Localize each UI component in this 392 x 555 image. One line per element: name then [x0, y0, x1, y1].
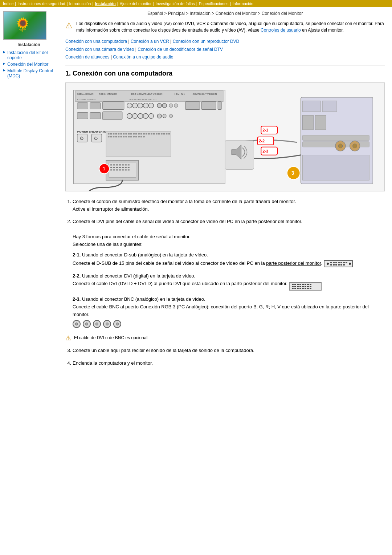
svg-rect-63 [161, 133, 162, 134]
bnc-inner-5 [116, 323, 119, 325]
warning-icon: ⚠ [65, 20, 73, 32]
optional-note-text: El cable de DVI o de BNC es opcional [74, 335, 147, 341]
dsub-pin [335, 262, 337, 263]
svg-rect-72 [121, 136, 122, 137]
instruction-1-text: Conecte el cordón de suministro eléctric… [73, 199, 296, 204]
sidebar-link-kit[interactable]: Instalación del kit del soporte [7, 50, 48, 60]
instruction-2-subtext1: Hay 3 formas para conectar el cable de s… [73, 234, 191, 239]
substep-2-1: 2-1. Usando el conector D-sub (analógico… [73, 251, 385, 269]
svg-rect-54 [138, 133, 140, 134]
sidebar-item-mdc[interactable]: Multiple Display Control (MDC) [3, 68, 55, 78]
svg-text:HDMI IN 1: HDMI IN 1 [175, 93, 185, 95]
svg-point-29 [148, 113, 154, 118]
sidebar-link-mdc[interactable]: Multiple Display Control (MDC) [7, 68, 53, 78]
link-camara[interactable]: Conexión con una cámara de vídeo [65, 47, 134, 52]
dsub-pin [333, 262, 335, 263]
svg-point-117 [353, 144, 357, 148]
nav-item-instalacion[interactable]: Instalación [95, 1, 115, 6]
connection-diagram-svg: SERIAL DATA IN RGB IN (ANALOG) RGB 1 COM… [66, 83, 384, 191]
optional-note: ⚠ El cable de DVI o de BNC es opcional [65, 333, 385, 344]
link-dvd[interactable]: Conexión con un reproductor DVD [173, 39, 239, 44]
nav-item-introduccion[interactable]: Introducción [69, 1, 91, 6]
svg-text:2-2: 2-2 [259, 139, 265, 143]
nav-sep-5: | [153, 1, 154, 6]
substeps-list: 2-1. Usando el conector D-sub (analógico… [73, 251, 385, 328]
dvi-pin [297, 284, 299, 285]
instruction-2-subtext2: Seleccione una de las siguientes: [73, 242, 143, 247]
dvi-row-1 [292, 284, 311, 285]
dvi-pin [299, 286, 301, 287]
svg-point-13 [143, 103, 148, 108]
dvi-pin [310, 286, 311, 287]
nav-item-investigacion[interactable]: Investigación de fallas [156, 1, 195, 6]
instruction-2: Conecte el DVI pins del cable de señal d… [73, 218, 385, 328]
sidebar-item-kit[interactable]: Instalación del kit del soporte [3, 50, 55, 60]
dvi-pin [302, 286, 304, 287]
dsub-pin [335, 264, 337, 266]
instruction-3-text: Conecte un cable aquí para recibir el so… [73, 348, 254, 353]
breadcrumb: Español > Principal > Instalación > Cone… [65, 11, 385, 16]
svg-rect-87 [119, 164, 121, 165]
svg-text:3: 3 [291, 170, 294, 176]
bnc-circle-2 [83, 320, 91, 328]
svg-text:COMPONENT VIDEO IN: COMPONENT VIDEO IN [193, 93, 217, 95]
dvi-pin [297, 288, 299, 289]
svg-rect-95 [122, 167, 124, 168]
bnc-connector-image [73, 320, 385, 328]
dsub-row-1 [330, 262, 347, 263]
svg-rect-98 [110, 169, 112, 170]
svg-point-115 [338, 144, 343, 148]
svg-rect-110 [303, 115, 314, 130]
svg-point-32 [169, 114, 173, 118]
nav-item-ajuste[interactable]: Ajuste del monitor [120, 1, 152, 6]
dvi-pin [302, 288, 304, 289]
nav-item-indice[interactable]: Índice [3, 1, 13, 6]
svg-rect-42 [108, 133, 109, 134]
svg-text:2-3: 2-3 [262, 149, 268, 153]
nav-sep-3: | [92, 1, 93, 6]
main-content: Español > Principal > Instalación > Cone… [58, 7, 392, 376]
dsub-pin [338, 262, 340, 263]
svg-rect-69 [113, 136, 114, 137]
bnc-inner-3 [95, 323, 98, 325]
svg-rect-81 [143, 136, 145, 137]
svg-rect-96 [125, 167, 127, 168]
svg-rect-44 [113, 133, 114, 134]
sidebar-link-monitor[interactable]: Conexión del Monitor [7, 62, 48, 67]
link-audio[interactable]: Conexión a un equipo de audio [113, 54, 173, 60]
dsub-pin [346, 262, 347, 263]
sidebar-item-monitor[interactable]: Conexión del Monitor [3, 62, 55, 67]
svg-text:RGB 1 COMPONENT VIDEO IN: RGB 1 COMPONENT VIDEO IN [131, 93, 163, 95]
link-altavoces[interactable]: Conexión de altavoces [65, 54, 109, 60]
svg-rect-51 [131, 133, 132, 134]
nav-item-informacion[interactable]: Información [232, 1, 253, 6]
optional-warning-icon: ⚠ [65, 333, 71, 344]
nav-item-seguridad[interactable]: Instrucciones de seguridad [17, 1, 65, 6]
svg-rect-97 [128, 167, 130, 168]
svg-rect-50 [128, 133, 130, 134]
svg-rect-99 [113, 169, 115, 170]
nav-sep-6: | [196, 1, 197, 6]
dvi-pin [307, 288, 309, 289]
dsub-pin [343, 262, 345, 263]
svg-point-12 [138, 103, 143, 108]
sidebar-label: Instalación [3, 42, 55, 47]
svg-rect-56 [143, 133, 145, 134]
svg-rect-118 [303, 155, 369, 180]
substep-2-3-label: 2-3. [73, 296, 81, 302]
nav-sep-2: | [67, 1, 68, 6]
controles-usuario-link[interactable]: Controles de usuario [261, 28, 301, 33]
svg-rect-92 [113, 167, 115, 168]
link-dtv[interactable]: Conexión de un decodificador de señal DT… [138, 47, 223, 52]
svg-rect-45 [115, 133, 117, 134]
svg-text:POWER IN: POWER IN [91, 130, 106, 133]
nav-item-especificaciones[interactable]: Especificaciones [199, 1, 229, 6]
dsub-connector-image [324, 260, 353, 267]
top-navigation: Índice | Instrucciones de seguridad | In… [0, 0, 392, 7]
bnc-circle-5 [113, 320, 121, 328]
link-vcr[interactable]: Conexión a un VCR [131, 39, 169, 44]
svg-rect-101 [119, 169, 121, 170]
dvi-pin [294, 286, 296, 287]
dsub-pin [330, 262, 332, 263]
link-computadora[interactable]: Conexión con una computadora [65, 39, 127, 44]
